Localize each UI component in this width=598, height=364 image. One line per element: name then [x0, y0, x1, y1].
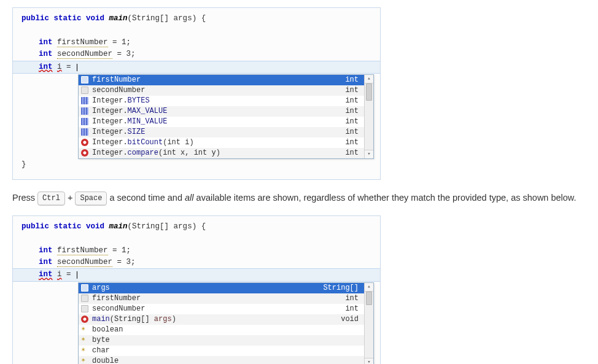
autocomplete-type: int	[345, 85, 360, 96]
instruction-text: Press Ctrl + Space a second time and all…	[12, 191, 586, 206]
scroll-down-button[interactable]: ▾	[365, 150, 373, 158]
autocomplete-type: int	[345, 116, 360, 128]
method-icon	[81, 316, 88, 323]
field-icon	[81, 284, 88, 292]
autocomplete-type: int	[345, 303, 360, 315]
autocomplete-item[interactable]: Integer.bitCount(int i)int	[79, 137, 364, 148]
autocomplete-label: Integer.BYTES	[92, 95, 341, 107]
autocomplete-label: char	[92, 345, 355, 357]
autocomplete-item[interactable]: argsString[]	[79, 283, 364, 293]
text-caret	[77, 64, 77, 71]
const-icon	[81, 97, 88, 104]
autocomplete-item[interactable]: Integer.SIZEint	[79, 127, 364, 137]
autocomplete-item[interactable]: byte	[79, 335, 364, 346]
autocomplete-item[interactable]: Integer.MAX_VALUEint	[79, 106, 364, 117]
type-icon	[81, 357, 88, 364]
code-line-var1: int firstNumber = 1;	[21, 37, 371, 48]
code-line-blank	[21, 25, 371, 36]
field-icon	[81, 76, 88, 83]
autocomplete-label: main(String[] args)	[92, 314, 337, 325]
autocomplete-item[interactable]: Integer.MIN_VALUEint	[79, 117, 364, 127]
autocomplete-type: int	[345, 137, 360, 149]
autocomplete-label: args	[92, 282, 319, 294]
autocomplete-type: String[]	[323, 282, 360, 294]
method-icon	[81, 139, 88, 146]
method-icon	[81, 149, 88, 157]
autocomplete-type: int	[345, 293, 360, 304]
autocomplete-type: int	[345, 147, 360, 159]
autocomplete-label: double	[92, 355, 355, 364]
const-icon	[81, 128, 88, 136]
autocomplete-label: Integer.SIZE	[92, 126, 341, 138]
scrollbar[interactable]: ▴ ▾	[364, 75, 373, 158]
autocomplete-item[interactable]: secondNumberint	[79, 85, 364, 96]
autocomplete-item[interactable]: firstNumberint	[79, 75, 364, 85]
code-line-var2: int secondNumber = 3;	[21, 48, 371, 60]
code-line-blank	[21, 233, 371, 244]
autocomplete-item[interactable]: char	[79, 346, 364, 356]
scroll-thumb[interactable]	[366, 292, 372, 305]
autocomplete-label: boolean	[92, 324, 355, 336]
autocomplete-label: Integer.MIN_VALUE	[92, 116, 341, 128]
type-icon	[81, 326, 88, 333]
kbd-space: Space	[75, 192, 107, 206]
autocomplete-popup-1[interactable]: firstNumberintsecondNumberintInteger.BYT…	[78, 74, 374, 159]
scrollbar[interactable]: ▴ ▾	[364, 283, 373, 364]
autocomplete-label: firstNumber	[92, 293, 341, 304]
code-line-close: }	[21, 159, 371, 171]
autocomplete-item[interactable]: main(String[] args)void	[79, 314, 364, 325]
autocomplete-item[interactable]: boolean	[79, 325, 364, 335]
autocomplete-list[interactable]: argsString[]firstNumberintsecondNumberin…	[79, 283, 364, 364]
code-line-cursor[interactable]: int i =	[13, 61, 380, 74]
autocomplete-type: void	[341, 314, 360, 325]
text-caret	[77, 271, 77, 279]
code-line-var2: int secondNumber = 3;	[21, 257, 371, 268]
type-icon	[81, 347, 88, 354]
scroll-thumb[interactable]	[366, 83, 372, 101]
autocomplete-item[interactable]: Integer.compare(int x, int y)int	[79, 148, 364, 158]
scroll-up-button[interactable]: ▴	[365, 75, 373, 83]
autocomplete-item[interactable]: secondNumberint	[79, 304, 364, 314]
autocomplete-type: int	[345, 95, 360, 107]
autocomplete-item[interactable]: Integer.BYTESint	[79, 96, 364, 106]
kbd-ctrl: Ctrl	[37, 192, 65, 206]
const-icon	[81, 118, 88, 125]
autocomplete-item[interactable]: double	[79, 356, 364, 364]
code-line-var1: int firstNumber = 1;	[21, 245, 371, 257]
autocomplete-list[interactable]: firstNumberintsecondNumberintInteger.BYT…	[79, 75, 364, 158]
autocomplete-label: firstNumber	[92, 74, 341, 86]
autocomplete-item[interactable]: firstNumberint	[79, 293, 364, 304]
code-line-signature: public static void main(String[] args) {	[21, 13, 371, 25]
autocomplete-type: int	[345, 126, 360, 138]
code-line-signature: public static void main(String[] args) {	[21, 221, 371, 233]
autocomplete-label: byte	[92, 335, 355, 346]
code-editor-1: public static void main(String[] args) {…	[12, 7, 381, 180]
autocomplete-popup-2[interactable]: argsString[]firstNumberintsecondNumberin…	[78, 282, 374, 364]
const-icon	[81, 107, 88, 115]
autocomplete-label: secondNumber	[92, 85, 341, 96]
scroll-down-button[interactable]: ▾	[365, 358, 373, 364]
autocomplete-label: Integer.compare(int x, int y)	[92, 147, 341, 159]
type-icon	[81, 336, 88, 344]
field-icon	[81, 295, 88, 302]
autocomplete-type: int	[345, 74, 360, 86]
autocomplete-label: secondNumber	[92, 303, 341, 315]
field-icon	[81, 87, 88, 94]
autocomplete-label: Integer.MAX_VALUE	[92, 106, 341, 117]
field-icon	[81, 305, 88, 312]
code-editor-2: public static void main(String[] args) {…	[12, 215, 381, 364]
code-line-cursor[interactable]: int i =	[13, 268, 380, 281]
autocomplete-type: int	[345, 106, 360, 117]
autocomplete-label: Integer.bitCount(int i)	[92, 137, 341, 149]
scroll-up-button[interactable]: ▴	[365, 283, 373, 292]
